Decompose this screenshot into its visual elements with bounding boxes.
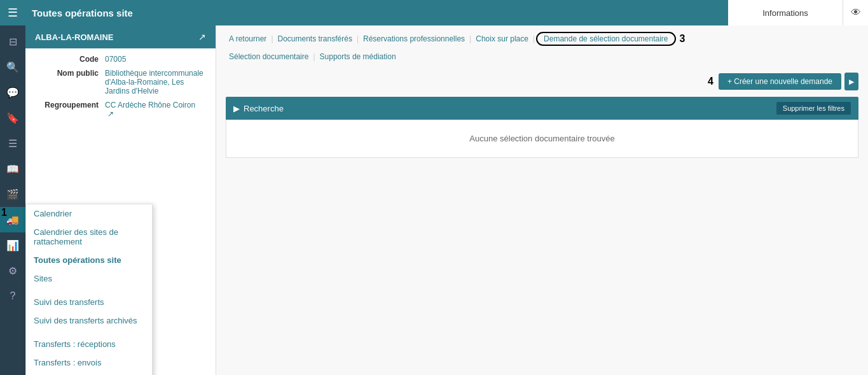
nom-public-value: Bibliothèque intercommunale d'Alba-la-Ro… [105, 69, 206, 96]
library-name: ALBA-LA-ROMAINE [35, 32, 113, 42]
library-link-icon[interactable]: ↗ [198, 32, 206, 42]
regroupement-label: Regroupement [35, 101, 105, 118]
code-label: Code [35, 55, 105, 64]
dropdown-item-sites[interactable]: Sites [26, 269, 152, 288]
dropdown-item-suivi-archives[interactable]: Suivi des transferts archivés [26, 311, 152, 330]
tab-supports-mediation[interactable]: Supports de médiation [317, 50, 399, 63]
top-bar-right: Informations 👁 [728, 0, 868, 25]
annotation-3: 3 [680, 33, 685, 45]
main-layout: ⊟ 🔍 💬 🔖 ☰ 📖 🎬 🚚 📊 ⚙ ? 1 Calendrier Calen… [0, 25, 868, 375]
action-extra-button[interactable]: ▶ [844, 73, 858, 90]
tab-reservations-pro[interactable]: Réservations professionnelles [360, 32, 468, 45]
dropdown-menu: Calendrier Calendrier des sites de ratta… [25, 204, 153, 375]
top-bar: ☰ Toutes opérations site Informations 👁 [0, 0, 868, 25]
page-title: Toutes opérations site [25, 8, 728, 18]
sidebar-icon-chart[interactable]: 📊 [0, 232, 25, 258]
annotation-4: 4 [708, 76, 713, 87]
menu-button[interactable]: ☰ [0, 0, 25, 25]
sidebar-icon-bookmark[interactable]: 🔖 [0, 105, 25, 131]
dropdown-item-calendrier-sites[interactable]: Calendrier des sites de rattachement [26, 223, 152, 251]
dropdown-item-suivi[interactable]: Suivi des transferts [26, 293, 152, 311]
dropdown-item-calendrier[interactable]: Calendrier [26, 204, 152, 223]
sidebar-icon-film[interactable]: 🎬 [0, 181, 25, 207]
search-label: Recherche [244, 104, 284, 113]
results-area: Aucune sélection documentaire trouvée [226, 120, 858, 158]
empty-results-message: Aucune sélection documentaire trouvée [469, 134, 614, 143]
sidebar-icon-settings[interactable]: ⚙ [0, 258, 25, 283]
info-row-nom-public: Nom public Bibliothèque intercommunale d… [35, 69, 206, 96]
create-new-demand-button[interactable]: + Créer une nouvelle demande [719, 73, 841, 90]
sidebar-icon-search[interactable]: 🔍 [0, 54, 25, 80]
dropdown-item-notifications[interactable]: Notifications [26, 372, 152, 375]
tab-demande-selection[interactable]: Demande de sélection documentaire [536, 32, 675, 46]
code-value: 07005 [105, 55, 126, 64]
search-chevron-icon: ▶ [233, 104, 240, 113]
search-box: ▶ Recherche Supprimer les filtres [226, 97, 858, 120]
library-info: Code 07005 Nom public Bibliothèque inter… [25, 48, 216, 130]
annotation-1: 1 [1, 207, 7, 218]
eye-button[interactable]: 👁 [843, 0, 868, 25]
right-panel: A retourner | Documents transférés | Rés… [216, 25, 868, 375]
dropdown-item-receptions[interactable]: Transferts : réceptions [26, 335, 152, 353]
library-header: ALBA-LA-ROMAINE ↗ [25, 25, 216, 48]
remove-filters-button[interactable]: Supprimer les filtres [776, 102, 851, 115]
regroupement-icon[interactable]: ↗ [107, 110, 114, 118]
dropdown-item-envois[interactable]: Transferts : envois [26, 353, 152, 372]
sidebar-icon-chat[interactable]: 💬 [0, 80, 25, 105]
sidebar-icon-book[interactable]: 📖 [0, 156, 25, 181]
search-title: ▶ Recherche [233, 104, 284, 113]
tab-a-retourner[interactable]: A retourner [226, 32, 270, 45]
sidebar-icon-help[interactable]: ? [0, 283, 25, 309]
nom-public-label: Nom public [35, 69, 105, 96]
tabs-row: A retourner | Documents transférés | Rés… [226, 32, 858, 46]
tab-documents-transferes[interactable]: Documents transférés [275, 32, 355, 45]
info-row-code: Code 07005 [35, 55, 206, 64]
tab-choix-sur-place[interactable]: Choix sur place [472, 32, 532, 45]
sidebar: ⊟ 🔍 💬 🔖 ☰ 📖 🎬 🚚 📊 ⚙ ? 1 Calendrier Calen… [0, 25, 25, 375]
info-row-regroupement: Regroupement CC Ardèche Rhône Coiron ↗ [35, 101, 206, 118]
regroupement-value: CC Ardèche Rhône Coiron ↗ [105, 101, 206, 118]
dropdown-item-toutes-operations[interactable]: Toutes opérations site [26, 251, 152, 269]
tab-selection-documentaire[interactable]: Sélection documentaire [226, 50, 312, 63]
action-bar: 4 + Créer une nouvelle demande ▶ [226, 73, 858, 90]
info-panel: Informations [728, 0, 843, 25]
tabs-row-2: Sélection documentaire | Supports de méd… [226, 50, 858, 63]
sidebar-icon-list[interactable]: ☰ [0, 131, 25, 156]
sidebar-icon-home[interactable]: ⊟ [0, 29, 25, 54]
